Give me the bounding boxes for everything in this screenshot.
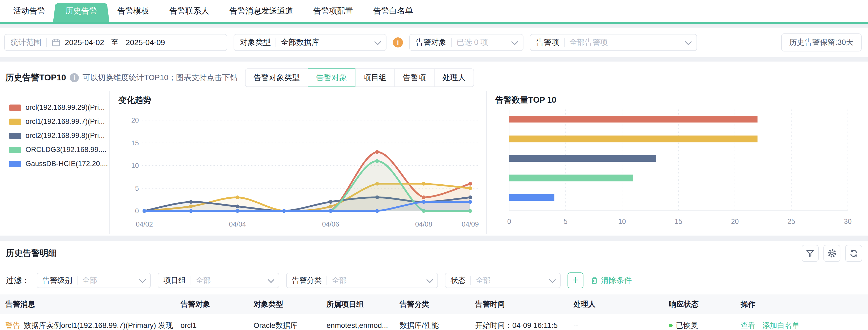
filter-name: 状态	[451, 275, 466, 286]
alert-item-placeholder: 全部告警项	[569, 37, 608, 48]
dimension-switcher: 告警对象类型 告警对象 项目组 告警项 处理人	[245, 68, 474, 87]
tab-underline	[0, 22, 868, 24]
object-type-select[interactable]: 对象类型 全部数据库	[234, 34, 386, 51]
hint-info-icon	[70, 73, 79, 82]
dim-label: 项目组	[363, 72, 386, 83]
clear-filters[interactable]: 清除条件	[590, 275, 632, 286]
top-tab-bar: 活动告警 历史告警 告警模板 告警联系人 告警消息发送通道 告警项配置 告警白名…	[0, 0, 868, 22]
svg-text:04/09: 04/09	[462, 220, 478, 228]
filter-name: 告警分类	[292, 275, 322, 286]
svg-text:30: 30	[844, 217, 851, 226]
object-type-label: 对象类型	[240, 37, 271, 48]
legend-label: orcl1(192.168.99.7)(Pri...	[26, 118, 105, 126]
trend-chart-canvas[interactable]: 0510152004/0204/0404/0604/0804/09	[117, 107, 485, 234]
filter-alert-category[interactable]: 告警分类 全部	[286, 273, 438, 288]
bar-chart-canvas[interactable]: 051015202530	[494, 107, 861, 234]
calendar-icon	[52, 38, 61, 47]
cell-status: 已恢复	[669, 320, 741, 330]
divider	[191, 276, 191, 285]
date-range-picker[interactable]: 统计范围 2025-04-02 至 2025-04-09	[4, 34, 227, 51]
legend-swatch	[9, 119, 21, 125]
date-range-label: 统计范围	[11, 37, 41, 48]
alert-item-select[interactable]: 告警项 全部告警项	[530, 34, 697, 51]
settings-button[interactable]	[824, 245, 840, 262]
trend-chart: 变化趋势 0510152004/0204/0404/0604/0804/09	[110, 91, 486, 234]
legend-label: ORCLDG3(192.168.99....	[26, 145, 106, 154]
object-name: orcl1	[181, 320, 249, 330]
svg-text:04/06: 04/06	[322, 220, 339, 228]
svg-text:0: 0	[507, 217, 511, 226]
col-header: 对象类型	[253, 294, 327, 314]
chevron-down-icon	[511, 38, 518, 45]
tab-alert-item-config[interactable]: 告警项配置	[305, 0, 361, 22]
table-header-row: 告警消息 告警对象 对象类型 所属项目组 告警分类 告警时间 处理人 响应状态 …	[0, 294, 868, 314]
filter-button[interactable]	[802, 245, 818, 262]
top10-hint: 可以切换维度统计TOP10；图表支持点击下钻	[83, 72, 238, 83]
action-view[interactable]: 查看	[741, 321, 755, 329]
legend-label: orcl(192.168.99.29)(Pri...	[26, 103, 105, 112]
filter-alert-level[interactable]: 告警级别 全部	[37, 273, 151, 288]
col-header: 告警对象	[181, 294, 253, 314]
tab-alert-channels[interactable]: 告警消息发送通道	[221, 0, 301, 22]
filter-project-group[interactable]: 项目组 全部	[158, 273, 279, 288]
dim-handler[interactable]: 处理人	[434, 68, 474, 87]
col-header: 响应状态	[669, 294, 741, 314]
dim-alert-object[interactable]: 告警对象	[308, 68, 355, 87]
time-text: 开始时间：04-09 16:11:5	[475, 320, 568, 330]
tab-label: 告警联系人	[169, 6, 209, 16]
dim-project-group[interactable]: 项目组	[355, 68, 395, 87]
cell-alert-message: 警告数据库实例orcl1(192.168.99.7)(Primary) 发现 数…	[0, 320, 181, 330]
tab-label: 告警模板	[117, 6, 149, 16]
legend-item[interactable]: orcl(192.168.99.29)(Pri...	[9, 103, 110, 112]
svg-text:20: 20	[131, 116, 139, 124]
col-header: 告警时间	[475, 294, 574, 314]
date-to-label: 至	[111, 37, 119, 48]
table-row: 警告数据库实例orcl1(192.168.99.7)(Primary) 发现 数…	[0, 314, 868, 330]
divider	[564, 38, 565, 47]
col-header: 告警分类	[400, 294, 475, 314]
legend-label: orcl2(192.168.99.8)(Pri...	[26, 132, 105, 140]
svg-text:0: 0	[135, 207, 139, 215]
message-text: 数据库实例orcl1(192.168.99.7)(Primary) 发现	[24, 321, 173, 329]
divider	[77, 276, 78, 285]
tab-label: 活动告警	[13, 6, 45, 16]
filter-placeholder: 全部	[332, 275, 347, 286]
alert-object-placeholder: 已选 0 项	[457, 37, 488, 48]
filter-status[interactable]: 状态 全部	[445, 273, 561, 288]
clear-filters-label: 清除条件	[601, 275, 632, 286]
svg-text:20: 20	[731, 217, 739, 226]
cell-object-type: Oracle数据库	[253, 320, 327, 330]
action-add-whitelist[interactable]: 添加白名单	[762, 321, 800, 329]
cell-actions: 查看添加白名单添加自定义阈值	[741, 320, 863, 330]
alert-object-select[interactable]: 告警对象 已选 0 项	[409, 34, 523, 51]
svg-text:5: 5	[564, 217, 568, 226]
filter-name: 项目组	[163, 275, 186, 286]
object-type-value: 全部数据库	[281, 37, 319, 48]
tab-label: 告警白名单	[373, 6, 413, 16]
add-filter-button[interactable]: +	[567, 272, 584, 288]
svg-text:10: 10	[618, 217, 626, 226]
dim-alert-item[interactable]: 告警项	[395, 68, 435, 87]
tab-active-alerts[interactable]: 活动告警	[5, 0, 53, 22]
dim-object-type[interactable]: 告警对象类型	[245, 68, 308, 87]
filter-placeholder: 全部	[476, 275, 491, 286]
tab-alert-whitelist[interactable]: 告警白名单	[365, 0, 421, 22]
chevron-down-icon	[374, 38, 381, 45]
svg-text:04/08: 04/08	[415, 220, 432, 228]
legend-item[interactable]: GaussDB-HCIE(172.20....	[9, 160, 110, 168]
tab-alert-templates[interactable]: 告警模板	[110, 0, 157, 22]
chevron-down-icon	[139, 276, 146, 283]
legend-item[interactable]: ORCLDG3(192.168.99....	[9, 145, 110, 154]
legend-item[interactable]: orcl1(192.168.99.7)(Pri...	[9, 118, 110, 126]
cell-handler: --	[574, 320, 669, 330]
svg-text:04/04: 04/04	[229, 220, 246, 228]
col-header: 所属项目组	[327, 294, 400, 314]
alert-item-label: 告警项	[536, 37, 559, 48]
refresh-icon	[849, 249, 858, 258]
legend-label: GaussDB-HCIE(172.20....	[26, 160, 108, 168]
tab-history-alerts[interactable]: 历史告警	[57, 0, 105, 22]
legend-item[interactable]: orcl2(192.168.99.8)(Pri...	[9, 132, 110, 140]
funnel-icon	[806, 249, 815, 258]
tab-alert-contacts[interactable]: 告警联系人	[161, 0, 217, 22]
refresh-button[interactable]	[845, 245, 862, 262]
